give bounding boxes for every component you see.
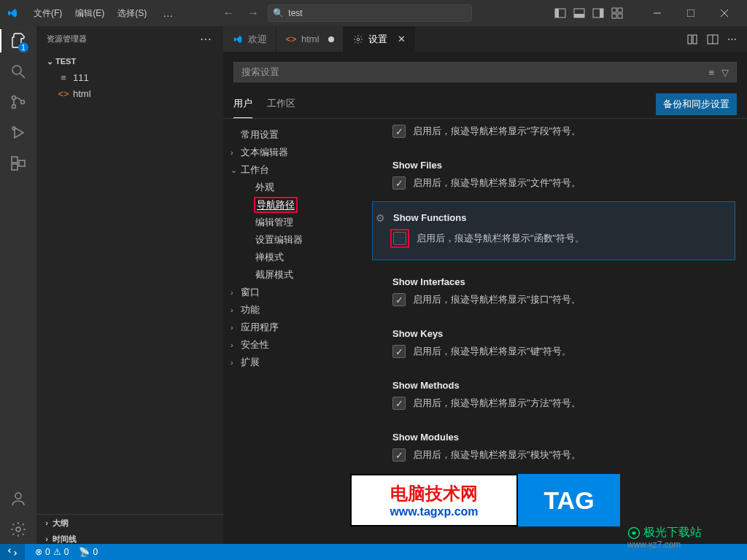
- svg-point-20: [12, 127, 15, 130]
- toc-editor-mgmt[interactable]: 编辑管理: [223, 214, 362, 231]
- folder-root[interactable]: ⌄ TEST: [36, 53, 223, 69]
- close-icon[interactable]: ✕: [398, 34, 406, 44]
- activity-scm-icon[interactable]: [9, 93, 27, 111]
- checkbox[interactable]: [392, 293, 406, 306]
- settings-toc: 常用设置 ›文本编辑器 ⌄工作台 外观 导航路径 编辑管理 设置编辑器 禅模式 …: [223, 119, 362, 547]
- broadcast-icon: 📡: [79, 547, 90, 557]
- setting-show-methods: Show Methods 启用后，痕迹导航栏将显示"方法"符号。: [372, 370, 735, 421]
- tab-more-icon[interactable]: ⋯: [727, 34, 738, 44]
- menu-select[interactable]: 选择(S): [112, 4, 152, 23]
- remote-indicator[interactable]: [0, 544, 25, 560]
- file-icon: ≡: [57, 72, 70, 83]
- status-problems[interactable]: ⊗0 ⚠0: [35, 547, 69, 557]
- vscode-icon: [232, 34, 244, 45]
- layout-customize-icon[interactable]: [611, 7, 623, 19]
- watermark-tag: TAG: [518, 474, 620, 526]
- layout-panel-bottom-icon[interactable]: [573, 7, 585, 19]
- svg-rect-9: [618, 14, 622, 18]
- svg-rect-6: [612, 8, 616, 12]
- svg-point-18: [21, 101, 25, 104]
- menu-edit[interactable]: 编辑(E): [69, 4, 110, 23]
- toc-breadcrumbs[interactable]: 导航路径: [223, 196, 362, 214]
- toc-workbench[interactable]: ⌄工作台: [223, 161, 362, 179]
- svg-marker-19: [15, 128, 23, 138]
- window-maximize-button[interactable]: [674, 0, 708, 26]
- main-layout: 1 资源管理器 ⋯ ⌄ TEST ≡ 111 <> html: [0, 26, 747, 547]
- editor-area: 欢迎 <> html 设置 ✕ ⋯ 搜索设置 ≡: [223, 26, 747, 547]
- checkbox[interactable]: [392, 397, 406, 410]
- dirty-indicator-icon: [328, 36, 334, 42]
- backup-sync-button[interactable]: 备份和同步设置: [656, 93, 737, 115]
- checkbox[interactable]: [392, 448, 406, 462]
- nav-forward-icon[interactable]: →: [247, 7, 259, 20]
- chevron-down-icon: ⌄: [44, 57, 55, 66]
- sidebar-more-icon[interactable]: ⋯: [200, 32, 213, 46]
- outline-section[interactable]: › 大纲: [36, 515, 223, 531]
- menu-bar: 文件(F) 编辑(E) 选择(S) …: [28, 4, 179, 23]
- gear-icon: [352, 34, 364, 45]
- explorer-badge: 1: [18, 42, 28, 52]
- activity-debug-icon[interactable]: [9, 124, 27, 141]
- watermark-jg-url: www.xz7.com: [627, 540, 681, 550]
- setting-partial-top: 启用后，痕迹导航栏将显示"字段"符号。: [372, 125, 735, 149]
- setting-show-modules: Show Modules 启用后，痕迹导航栏将显示"模块"符号。: [372, 421, 735, 473]
- window-minimize-button[interactable]: [640, 0, 674, 26]
- tab-welcome[interactable]: 欢迎: [223, 26, 276, 52]
- watermark-box: 电脑技术网 www.tagxp.com: [350, 474, 518, 526]
- chevron-right-icon: ›: [41, 518, 53, 527]
- toc-application[interactable]: ›应用程序: [223, 319, 362, 336]
- file-row[interactable]: ≡ 111: [36, 69, 223, 85]
- toc-window[interactable]: ›窗口: [223, 284, 362, 301]
- nav-back-icon[interactable]: ←: [222, 7, 234, 20]
- scope-user-tab[interactable]: 用户: [233, 90, 252, 118]
- error-icon: ⊗: [35, 547, 42, 557]
- checkbox[interactable]: [393, 232, 406, 245]
- open-changes-icon[interactable]: [686, 34, 698, 45]
- checkbox[interactable]: [392, 125, 406, 138]
- tab-html[interactable]: <> html: [276, 26, 344, 52]
- toc-security[interactable]: ›安全性: [223, 336, 362, 354]
- svg-rect-22: [12, 164, 18, 170]
- toc-zen[interactable]: 禅模式: [223, 249, 362, 266]
- toc-appearance[interactable]: 外观: [223, 179, 362, 196]
- menu-more[interactable]: …: [158, 4, 179, 23]
- setting-gear-icon[interactable]: ⚙: [376, 212, 385, 224]
- command-center[interactable]: 🔍 test: [268, 4, 472, 22]
- activity-explorer-icon[interactable]: 1: [9, 32, 27, 50]
- split-editor-icon[interactable]: [707, 34, 719, 45]
- scope-workspace-tab[interactable]: 工作区: [267, 90, 295, 118]
- layout-controls: [554, 7, 623, 19]
- menu-file[interactable]: 文件(F): [28, 4, 68, 23]
- activity-bar: 1: [0, 26, 36, 547]
- tab-settings[interactable]: 设置 ✕: [344, 26, 415, 52]
- status-ports[interactable]: 📡0: [79, 547, 98, 557]
- activity-extensions-icon[interactable]: [9, 155, 27, 172]
- toc-features[interactable]: ›功能: [223, 301, 362, 319]
- layout-panel-left-icon[interactable]: [554, 7, 566, 19]
- toc-screencast[interactable]: 截屏模式: [223, 266, 362, 284]
- activity-account-icon[interactable]: [9, 490, 27, 508]
- toc-text-editor[interactable]: ›文本编辑器: [223, 144, 362, 161]
- activity-search-icon[interactable]: [9, 63, 27, 80]
- clear-filter-icon[interactable]: ≡: [708, 67, 714, 78]
- setting-show-interfaces: Show Interfaces 启用后，痕迹导航栏将显示"接口"符号。: [372, 266, 735, 318]
- layout-panel-right-icon[interactable]: [592, 7, 604, 19]
- settings-search-input[interactable]: 搜索设置 ≡ ▽: [233, 62, 737, 82]
- filter-icon[interactable]: ▽: [721, 67, 729, 78]
- sidebar-explorer: 资源管理器 ⋯ ⌄ TEST ≡ 111 <> html › 大纲 ›: [36, 26, 223, 547]
- toc-settings-editor[interactable]: 设置编辑器: [223, 231, 362, 249]
- checkbox[interactable]: [392, 345, 406, 358]
- svg-rect-28: [693, 35, 697, 44]
- html-file-icon: <>: [57, 88, 70, 99]
- file-row[interactable]: <> html: [36, 85, 223, 101]
- svg-point-25: [16, 527, 20, 532]
- tabs-bar: 欢迎 <> html 设置 ✕ ⋯: [223, 26, 747, 52]
- checkbox[interactable]: [392, 176, 406, 190]
- html-file-icon: <>: [285, 34, 297, 45]
- window-close-button[interactable]: [708, 0, 741, 26]
- activity-settings-icon[interactable]: [9, 521, 27, 538]
- sidebar-title: 资源管理器: [47, 34, 87, 44]
- toc-common[interactable]: 常用设置: [223, 126, 362, 144]
- toc-extensions[interactable]: ›扩展: [223, 354, 362, 371]
- setting-show-functions: ⚙ Show Functions 启用后，痕迹导航栏将显示"函数"符号。: [372, 201, 735, 260]
